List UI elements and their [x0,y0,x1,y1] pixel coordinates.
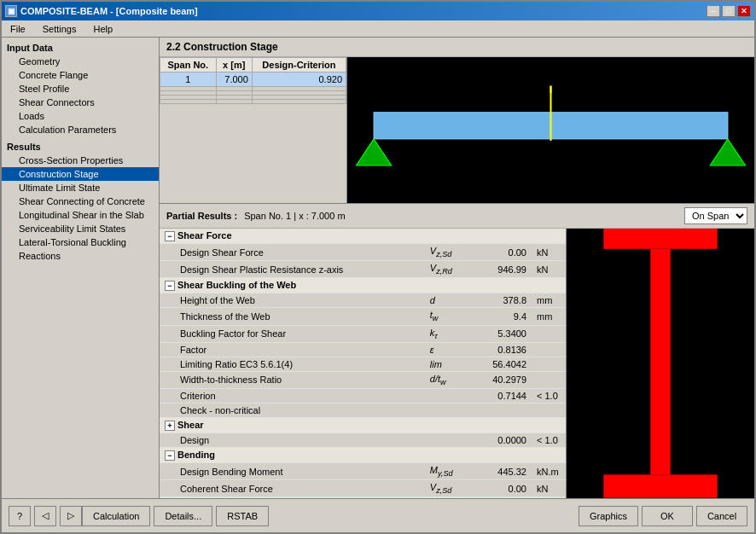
results-section: Results [2,140,159,154]
main-content: Input Data Geometry Concrete Flange Stee… [2,38,754,498]
sidebar-item-construction-stage[interactable]: Construction Stage [2,167,159,181]
menu-bar: File Settings Help [2,20,754,38]
row-limiting-ratio: Limiting Ratio EC3 5.6.1(4) lim 56.4042 [160,357,566,371]
bottom-center-buttons: Calculation Details... RSTAB [82,506,269,526]
sidebar-item-shear-connecting[interactable]: Shear Connecting of Concrete [2,194,159,208]
maximize-button[interactable]: □ [722,5,736,17]
row-check-non-critical: Check - non-critical [160,403,566,417]
prev-button[interactable]: ◁ [34,506,56,526]
svg-rect-9 [604,475,718,498]
col-design-criterion: Design-Criterion [252,58,346,73]
app-icon: ▣ [5,5,17,17]
expand-shear-buckling-icon[interactable]: − [165,281,175,291]
close-button[interactable]: ✕ [737,5,751,17]
sidebar-item-longitudinal-shear[interactable]: Longitudinal Shear in the Slab [2,208,159,222]
expand-shear-force-icon[interactable]: − [165,231,175,241]
expand-bending-icon[interactable]: − [165,450,175,461]
row-width-thickness: Width-to-thickness Ratio d/tw 40.2979 [160,371,566,388]
bottom-left-buttons: ? ◁ ▷ [9,506,82,526]
results-area: −Shear Force Design Shear Force Vz,Sd 0.… [160,229,754,498]
results-header: Partial Results : Span No. 1 | x : 7.000… [160,204,754,229]
row-thickness-web: Thickness of the Web tw 9.4 mm [160,308,566,325]
row-buckling-factor: Buckling Factor for Shear kτ 5.3400 [160,325,566,342]
menu-settings[interactable]: Settings [38,22,82,36]
table-row-empty-4 [160,100,346,104]
results-table-container[interactable]: −Shear Force Design Shear Force Vz,Sd 0.… [160,229,567,498]
calculation-button[interactable]: Calculation [82,506,150,526]
sidebar-item-calculation-parameters[interactable]: Calculation Parameters [2,123,159,136]
input-data-section: Input Data [2,41,159,55]
row-design-bending-moment: Design Bending Moment My,Sd 445.32 kN.m [160,462,566,479]
sidebar-item-shear-connectors[interactable]: Shear Connectors [2,96,159,109]
section-shear-buckling: −Shear Buckling of the Web [160,278,566,293]
title-bar-buttons: ─ □ ✕ [707,5,751,17]
title-bar: ▣ COMPOSITE-BEAM - [Composite beam] ─ □ … [2,2,754,20]
row-design-shear-force: Design Shear Force Vz,Sd 0.00 kN [160,244,566,261]
bottom-right-buttons: Graphics OK Cancel [579,506,747,526]
graphics-button[interactable]: Graphics [579,506,638,526]
row-shear-design: Design 0.0000 < 1.0 [160,432,566,447]
svg-rect-7 [604,229,718,248]
row-coherent-shear: Coherent Shear Force Vz,Sd 0.00 kN [160,480,566,497]
sidebar-item-serviceability[interactable]: Serviceability Limit States [2,222,159,235]
results-table: −Shear Force Design Shear Force Vz,Sd 0.… [160,229,566,498]
ibeam-canvas [567,229,754,498]
span-table: Span No. x [m] Design-Criterion 1 7.000 … [160,57,347,203]
menu-help[interactable]: Help [88,22,118,36]
svg-rect-8 [651,248,671,474]
on-span-dropdown[interactable]: On Span At Node [684,207,747,224]
bottom-bar: ? ◁ ▷ Calculation Details... RSTAB Graph… [2,498,754,532]
rstab-button[interactable]: RSTAB [216,506,269,526]
partial-results-label: Partial Results : [166,211,237,221]
row-factor: Factor ε 0.8136 [160,342,566,357]
next-button[interactable]: ▷ [60,506,82,526]
row-design-shear-plastic: Design Shear Plastic Resistance z-axis V… [160,261,566,278]
table-row[interactable]: 1 7.000 0.920 [160,73,346,87]
sidebar-item-ultimate-limit[interactable]: Ultimate Limit State [2,181,159,194]
span-info: Span No. 1 | x : 7.000 m [244,211,345,221]
expand-shear-icon[interactable]: + [165,421,175,431]
sidebar-item-loads[interactable]: Loads [2,109,159,123]
beam-svg [347,57,754,203]
window-title: COMPOSITE-BEAM - [Composite beam] [20,6,198,16]
section-shear-force: −Shear Force [160,229,566,244]
section-title: 2.2 Construction Stage [160,38,754,57]
minimize-button[interactable]: ─ [707,5,720,17]
sidebar-item-concrete-flange[interactable]: Concrete Flange [2,68,159,82]
sidebar-item-steel-profile[interactable]: Steel Profile [2,82,159,96]
sidebar-item-reactions[interactable]: Reactions [2,249,159,263]
cell-criterion: 0.920 [252,73,346,87]
beam-canvas [347,57,754,203]
col-x: x [m] [216,58,252,73]
right-panel: 2.2 Construction Stage Span No. x [m] De… [160,38,754,498]
sidebar-item-geometry[interactable]: Geometry [2,55,159,68]
help-button[interactable]: ? [9,506,31,526]
sidebar-item-lateral-torsional[interactable]: Lateral-Torsional Buckling [2,235,159,249]
cell-span: 1 [160,73,217,87]
top-diagram: 2.2 Construction Stage Span No. x [m] De… [160,38,754,204]
ok-button[interactable]: OK [642,506,693,526]
row-criterion-1: Criterion 0.7144 < 1.0 [160,388,566,403]
left-panel: Input Data Geometry Concrete Flange Stee… [2,38,160,498]
ibeam-svg [575,229,746,498]
table-and-canvas: Span No. x [m] Design-Criterion 1 7.000 … [160,57,754,203]
col-span-no: Span No. [160,58,217,73]
section-shear: +Shear [160,417,566,432]
section-bending: −Bending [160,447,566,462]
row-height-web: Height of the Web d 378.8 mm [160,293,566,308]
menu-file[interactable]: File [5,22,31,36]
cell-x: 7.000 [216,73,252,87]
details-button[interactable]: Details... [154,506,212,526]
cancel-button[interactable]: Cancel [696,506,747,526]
sidebar-item-cross-section[interactable]: Cross-Section Properties [2,154,159,167]
main-window: ▣ COMPOSITE-BEAM - [Composite beam] ─ □ … [0,0,756,534]
